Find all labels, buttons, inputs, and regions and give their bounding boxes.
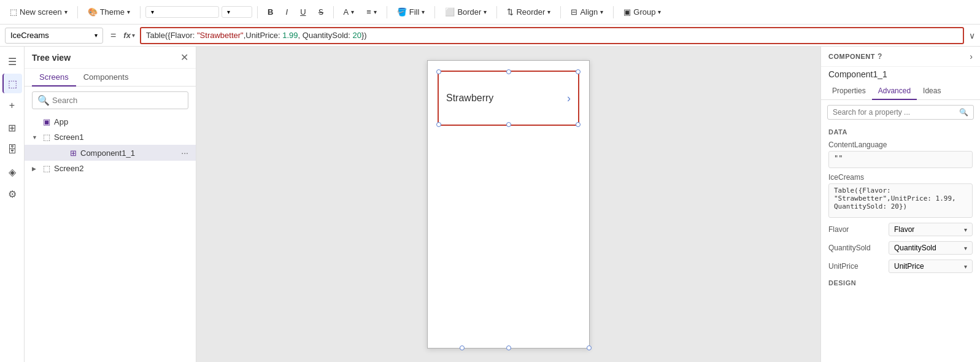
handle-tl[interactable] (436, 69, 441, 74)
chevron-down-icon-9: ▾ (547, 9, 550, 15)
panel-expand-button[interactable]: › (970, 52, 973, 61)
separator-6 (434, 6, 435, 18)
frame-handle-bc[interactable] (460, 345, 465, 350)
frame-handle-bl[interactable] (506, 345, 511, 350)
component-icon: ⊞ (8, 122, 16, 134)
font-family-dropdown[interactable]: ▾ (145, 6, 219, 18)
handle-tc[interactable] (506, 69, 511, 74)
formula-expand-button[interactable]: ∨ (969, 31, 975, 40)
flavor-chevron: ▾ (964, 226, 967, 233)
equals-sign: = (110, 30, 116, 41)
main-content: ☰ ⬚ + ⊞ 🗄 ◈ ⚙ Tree view ✕ Screens (0, 47, 980, 362)
separator-1 (77, 6, 78, 18)
settings-icon-button[interactable]: ⚙ (2, 184, 22, 204)
top-toolbar: ⬚ New screen ▾ 🎨 Theme ▾ ▾ ▾ B I U S̶ A … (0, 0, 980, 25)
tree-item-screen1[interactable]: ▼ ⬚ Screen1 (25, 129, 196, 145)
menu-icon-button[interactable]: ☰ (2, 52, 22, 71)
unit-price-label: UnitPrice (828, 262, 884, 271)
group-button[interactable]: ▣ Group ▾ (619, 5, 666, 19)
data-icon-button[interactable]: 🗄 (2, 140, 22, 160)
formula-content: Table({Flavor: "Strawbetter",UnitPrice: … (146, 31, 367, 40)
layers-icon-button[interactable]: ⬚ (2, 74, 22, 93)
screen2-chevron: ▶ (32, 166, 39, 172)
comp1-more-button[interactable]: ··· (181, 148, 188, 158)
name-box-chevron: ▾ (95, 32, 98, 39)
chevron-down-icon-11: ▾ (658, 9, 661, 15)
font-color-button[interactable]: A ▾ (339, 5, 360, 19)
bold-button[interactable]: B (263, 5, 278, 19)
chevron-down-icon-3: ▾ (151, 9, 154, 15)
ice-creams-label: IceCreams (828, 173, 973, 182)
border-button[interactable]: ⬜ Border ▾ (440, 5, 492, 19)
separator-4 (333, 6, 334, 18)
content-language-value[interactable]: "" (828, 151, 973, 168)
selected-component[interactable]: Strawberry › (438, 71, 579, 126)
flavor-value: Flavor (894, 225, 914, 234)
tab-ideas[interactable]: Ideas (917, 83, 947, 100)
screen1-label: Screen1 (54, 133, 188, 142)
tree-item-screen2[interactable]: ▶ ⬚ Screen2 (25, 161, 196, 176)
new-screen-button[interactable]: ⬚ New screen ▾ (5, 5, 72, 19)
search-input[interactable] (52, 96, 183, 105)
add-icon: + (9, 100, 15, 111)
component-name: Component1_1 (821, 67, 980, 83)
tree-item-component1[interactable]: ⊞ Component1_1 ··· (25, 145, 196, 161)
canvas-area: Strawberry › (196, 47, 820, 362)
fx-button[interactable]: fx ▾ (123, 31, 135, 40)
tab-advanced[interactable]: Advanced (872, 83, 917, 100)
separator-5 (387, 6, 387, 18)
font-size-dropdown[interactable]: ▾ (222, 6, 252, 18)
section-design: DESIGN (821, 275, 980, 289)
name-box[interactable]: IceCreams ▾ (5, 28, 103, 44)
fx-chevron: ▾ (132, 32, 135, 39)
unit-price-dropdown[interactable]: UnitPrice ▾ (889, 260, 973, 273)
align-action-button[interactable]: ⊟ Align ▾ (566, 5, 608, 19)
border-label: Border (457, 7, 481, 17)
formula-input[interactable]: Table({Flavor: "Strawbetter",UnitPrice: … (140, 27, 964, 44)
reorder-button[interactable]: ⇅ Reorder ▾ (502, 5, 555, 19)
theme-button[interactable]: 🎨 Theme ▾ (83, 5, 135, 19)
prop-quantity-sold: QuantitySold QuantitySold ▾ (821, 239, 980, 257)
italic-button[interactable]: I (281, 5, 293, 19)
right-panel-header: COMPONENT ? › (821, 47, 980, 67)
variables-icon-button[interactable]: ◈ (2, 162, 22, 182)
separator-8 (560, 6, 561, 18)
italic-label: I (286, 7, 288, 17)
phone-frame: Strawberry › (427, 60, 590, 349)
separator-9 (613, 6, 614, 18)
chevron-down-icon-2: ▾ (127, 9, 130, 15)
handle-tr[interactable] (576, 69, 581, 74)
component-inner: Strawberry › (439, 72, 578, 125)
handle-bc[interactable] (506, 122, 511, 127)
component-badge-text: COMPONENT (828, 53, 875, 60)
component-icon-button[interactable]: ⊞ (2, 118, 22, 137)
reorder-icon: ⇅ (507, 7, 514, 17)
help-icon[interactable]: ? (878, 52, 882, 61)
quantity-sold-dropdown[interactable]: QuantitySold ▾ (889, 241, 973, 255)
underline-button[interactable]: U (295, 5, 311, 19)
search-property-input[interactable] (833, 108, 959, 117)
separator-2 (140, 6, 141, 18)
tree-close-button[interactable]: ✕ (180, 52, 188, 63)
frame-handle-br2[interactable] (587, 345, 592, 350)
ice-creams-value[interactable]: Table({Flavor: "Strawbetter",UnitPrice: … (828, 183, 973, 218)
right-panel: COMPONENT ? › Component1_1 Properties Ad… (820, 47, 980, 362)
tab-components[interactable]: Components (76, 69, 136, 87)
search-box: 🔍 (32, 91, 188, 109)
handle-br[interactable] (576, 122, 581, 127)
flavor-label: Flavor (828, 225, 884, 234)
screen1-icon: ⬚ (43, 133, 50, 142)
handle-bl[interactable] (436, 122, 441, 127)
fill-button[interactable]: 🪣 Fill ▾ (392, 5, 430, 19)
strikethrough-button[interactable]: S̶ (314, 5, 328, 19)
flavor-dropdown[interactable]: Flavor ▾ (889, 223, 973, 236)
unit-price-value: UnitPrice (894, 262, 924, 271)
chevron-down-icon-8: ▾ (484, 9, 487, 15)
tree-item-app[interactable]: ▣ App (25, 114, 196, 129)
menu-icon: ☰ (8, 56, 17, 67)
fx-label: fx (123, 31, 131, 40)
tab-screens[interactable]: Screens (32, 69, 76, 87)
add-icon-button[interactable]: + (2, 96, 22, 115)
align-button[interactable]: ≡ ▾ (361, 5, 382, 19)
tab-properties[interactable]: Properties (826, 83, 872, 100)
